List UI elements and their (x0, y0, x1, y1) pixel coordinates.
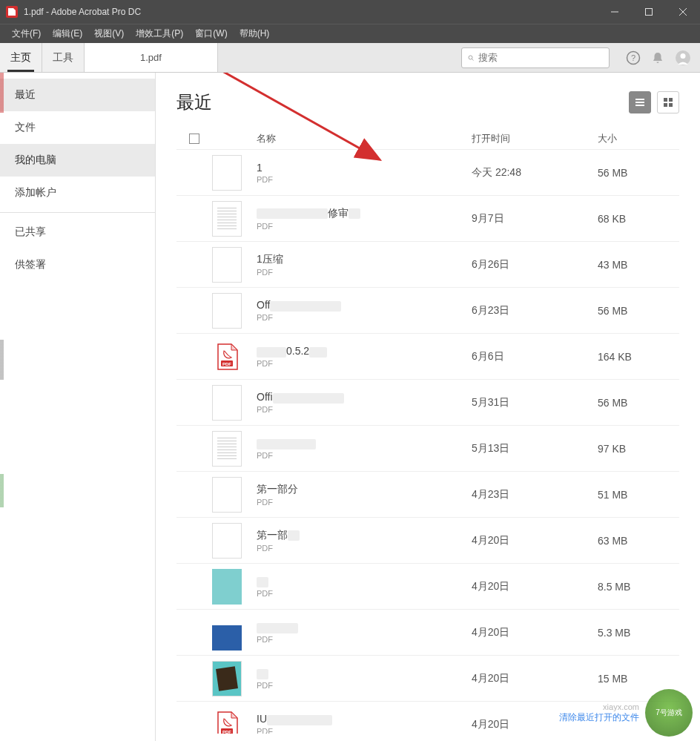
sidebar-item-files[interactable]: 文件 (0, 111, 155, 144)
sidebar-item-add-account[interactable]: 添加帐户 (0, 177, 155, 209)
menu-edit[interactable]: 编辑(E) (47, 27, 88, 40)
search-box[interactable] (461, 47, 610, 68)
file-thumbnail (212, 661, 242, 696)
file-size: 97 KB (598, 443, 679, 455)
file-type: PDF (257, 222, 472, 231)
svg-rect-12 (635, 99, 644, 100)
view-list-button[interactable] (629, 91, 651, 113)
file-type: PDF (257, 359, 472, 368)
file-time: 4月20日 (472, 580, 598, 593)
profile-icon[interactable] (675, 50, 691, 66)
file-type: PDF (257, 405, 472, 414)
file-name: Off (257, 299, 472, 311)
app-icon (6, 6, 18, 18)
file-size: 63 MB (598, 535, 679, 547)
file-name (257, 437, 472, 449)
file-thumbnail (212, 247, 242, 283)
file-row[interactable]: 第一部分 PDF 4月23日 51 MB (176, 472, 679, 518)
file-time: 4月20日 (472, 534, 598, 547)
tab-document[interactable]: 1.pdf (85, 43, 218, 72)
help-icon[interactable]: ? (626, 50, 641, 65)
file-type: PDF (257, 544, 472, 553)
file-size: 56 MB (598, 167, 679, 179)
file-row[interactable]: Off PDF 6月23日 56 MB (176, 288, 679, 334)
minimize-button[interactable] (598, 0, 632, 24)
file-type: PDF (257, 635, 472, 644)
svg-text:PDF: PDF (222, 729, 231, 734)
file-time: 4月20日 (472, 672, 598, 685)
file-row[interactable]: PDF 5月13日 97 KB (176, 426, 679, 472)
search-icon (468, 53, 474, 63)
list-icon (634, 96, 646, 108)
file-type: PDF (257, 313, 472, 322)
bell-icon[interactable] (651, 51, 664, 65)
content-area: 最近 名称 打开时间 大小 1 PDF (156, 73, 700, 741)
file-name: 修审 (257, 207, 472, 220)
file-time: 6月26日 (472, 258, 598, 271)
watermark-badge: 7号游戏 (645, 689, 693, 737)
file-row[interactable]: PDF 4月20日 5.3 MB (176, 610, 679, 656)
file-name: 第一部分 (257, 483, 472, 496)
watermark-url: xiayx.com (603, 702, 639, 711)
file-row[interactable]: 1 PDF 今天 22:48 56 MB (176, 150, 679, 196)
close-button[interactable] (666, 0, 700, 24)
file-name: IU (257, 713, 472, 725)
file-row[interactable]: 第一部 PDF 4月20日 63 MB (176, 518, 679, 564)
menu-plugins[interactable]: 增效工具(P) (130, 27, 189, 40)
file-size: 56 MB (598, 305, 679, 317)
column-time[interactable]: 打开时间 (472, 132, 598, 145)
file-row[interactable]: Offi PDF 5月31日 56 MB (176, 380, 679, 426)
file-type: PDF (257, 681, 472, 690)
file-size: 68 KB (598, 213, 679, 225)
file-type: PDF (257, 589, 472, 598)
menubar: 文件(F) 编辑(E) 视图(V) 增效工具(P) 窗口(W) 帮助(H) (0, 24, 700, 43)
list-header: 名称 打开时间 大小 (176, 128, 679, 150)
file-name: Offi (257, 391, 472, 403)
search-input[interactable] (478, 52, 603, 63)
file-size: 56 MB (598, 397, 679, 409)
file-thumbnail (212, 615, 242, 651)
file-time: 4月20日 (472, 626, 598, 639)
file-time: 9月7日 (472, 212, 598, 225)
svg-line-5 (472, 59, 474, 60)
view-grid-button[interactable] (657, 91, 679, 113)
file-time: 4月23日 (472, 488, 598, 501)
menu-window[interactable]: 窗口(W) (189, 27, 233, 40)
file-size: 15 MB (598, 673, 679, 685)
svg-rect-17 (664, 103, 667, 107)
tab-home[interactable]: 主页 (0, 43, 42, 72)
svg-rect-18 (669, 103, 673, 107)
menu-file[interactable]: 文件(F) (6, 27, 47, 40)
svg-rect-14 (635, 105, 644, 106)
tab-tools[interactable]: 工具 (42, 43, 85, 72)
svg-text:PDF: PDF (222, 361, 231, 366)
file-row[interactable]: PDF 0.5.2 PDF 6月6日 164 KB (176, 334, 679, 380)
sidebar-item-computer[interactable]: 我的电脑 (0, 144, 155, 177)
file-size: 164 KB (598, 351, 679, 363)
maximize-button[interactable] (632, 0, 666, 24)
menu-help[interactable]: 帮助(H) (234, 27, 276, 40)
file-row[interactable]: 1压缩 PDF 6月26日 43 MB (176, 242, 679, 288)
file-row[interactable]: 修审 PDF 9月7日 68 KB (176, 196, 679, 242)
select-all-checkbox[interactable] (189, 134, 199, 144)
file-name (257, 667, 472, 679)
sidebar-item-shared[interactable]: 已共享 (0, 216, 155, 248)
page-title: 最近 (176, 90, 212, 114)
file-type: PDF (257, 175, 472, 184)
grid-icon (662, 96, 674, 108)
file-thumbnail: PDF (212, 707, 242, 734)
column-name[interactable]: 名称 (257, 132, 472, 145)
sidebar-item-sign[interactable]: 供签署 (0, 248, 155, 281)
file-name: 1压缩 (257, 253, 472, 266)
file-row[interactable]: PDF 4月20日 8.5 MB (176, 564, 679, 610)
file-size: 51 MB (598, 489, 679, 501)
file-thumbnail (212, 155, 242, 191)
menu-view[interactable]: 视图(V) (88, 27, 130, 40)
column-size[interactable]: 大小 (598, 132, 679, 145)
file-thumbnail (212, 477, 242, 513)
file-time: 今天 22:48 (472, 166, 598, 180)
svg-point-4 (469, 56, 472, 59)
clear-recent-link[interactable]: 清除最近打开的文件 (559, 711, 639, 724)
sidebar-item-recent[interactable]: 最近 (0, 79, 155, 111)
file-name: 0.5.2 (257, 345, 472, 357)
